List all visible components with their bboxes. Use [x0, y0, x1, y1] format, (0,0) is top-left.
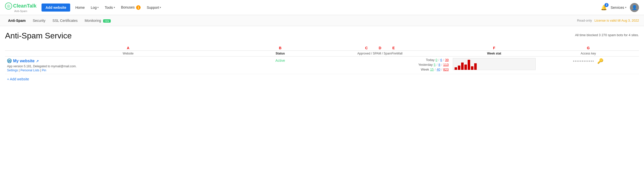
yesterday-approved[interactable]: 5: [434, 63, 435, 67]
nav-right: 🔔 2 Services ▾ 👤: [601, 3, 639, 12]
stats-week-label: Week: [412, 68, 429, 71]
logo-sub: Anti-Spam: [14, 10, 27, 13]
avatar[interactable]: 👤: [630, 3, 639, 12]
second-nav-links: Anti-Spam Security SSL Certificates Moni…: [5, 17, 114, 24]
nav-links: Home Log ▾ Tools ▾ Bonuses 1 Support ▾: [73, 4, 598, 11]
access-key-cell: ************ 🔑: [538, 56, 639, 74]
avatar-placeholder: 👤: [632, 5, 637, 10]
logo-area: ◎ CleanTalk Anti-Spam: [5, 3, 36, 13]
week-spam[interactable]: 40: [437, 68, 440, 71]
stats-today: Today 0 / 6 / 39: [311, 58, 449, 62]
website-cell: Ⓦ My website ↗ App version 5.181, Delega…: [5, 56, 251, 74]
services-arrow-icon: ▾: [625, 6, 626, 9]
key-icon[interactable]: 🔑: [597, 58, 603, 64]
col-label-weekstat: Week stat: [451, 51, 538, 56]
blocked-info: All time blocked 3 270 spam bots for 4 s…: [575, 33, 639, 37]
wordpress-icon: Ⓦ: [7, 58, 12, 64]
services-label: Services: [611, 6, 624, 10]
license-label: License is valid till Aug 3, 2022: [594, 19, 639, 22]
notification-count: 2: [605, 3, 609, 7]
stats-yesterday-label: Yesterday: [415, 63, 433, 67]
status-cell: Active: [251, 56, 309, 74]
nav-home[interactable]: Home: [73, 4, 87, 11]
notifications-bell[interactable]: 🔔 2: [601, 5, 607, 11]
pin-link[interactable]: Pin: [42, 69, 46, 72]
col-label-website: Website: [5, 51, 251, 56]
second-navigation: Anti-Spam Security SSL Certificates Moni…: [0, 15, 644, 26]
nav-monitoring[interactable]: Monitoring new: [82, 17, 114, 24]
new-badge: new: [103, 19, 111, 23]
nav-support[interactable]: Support ▾: [144, 4, 164, 11]
chart-bar: [458, 66, 460, 70]
bar-chart: [453, 58, 536, 70]
chart-bar: [471, 66, 473, 70]
access-key-value: ************: [573, 60, 594, 64]
week-chart-cell: [451, 56, 538, 74]
top-navigation: ◎ CleanTalk Anti-Spam Add website Home L…: [0, 0, 644, 15]
chart-bar: [464, 65, 467, 70]
nav-bonuses[interactable]: Bonuses 1: [118, 4, 143, 11]
column-labels-row: Website Status Approved / SPAM / SpamFir…: [5, 51, 639, 56]
logo-icon: ◎: [5, 3, 12, 10]
col-letters-cde: C D E: [309, 44, 451, 51]
col-label-approved-spam: Approved / SPAM / SpamFireWall: [309, 51, 451, 56]
col-letter-a: A: [5, 44, 251, 51]
col-letter-b: B: [251, 44, 309, 51]
stats-yesterday: Yesterday 5 / 8 / 113: [311, 63, 449, 67]
today-spam[interactable]: 6: [440, 58, 442, 62]
chart-bar: [468, 60, 470, 70]
bonuses-badge: 1: [136, 5, 141, 10]
col-label-status: Status: [251, 51, 309, 56]
col-letter-f: F: [451, 44, 538, 51]
chart-bar: [455, 67, 457, 70]
chart-bar: [474, 63, 477, 70]
yesterday-firewall[interactable]: 113: [443, 63, 449, 67]
second-nav-right: Read-only License is valid till Aug 3, 2…: [577, 19, 639, 22]
stats-cell: Today 0 / 6 / 39 Yesterday 5 / 8 / 113 W…: [309, 56, 451, 74]
tools-arrow-icon: ▾: [114, 6, 115, 9]
personal-lists-link[interactable]: Personal Lists: [20, 69, 39, 72]
read-only-label: Read-only: [577, 19, 592, 22]
col-label-accesskey: Access key: [538, 51, 639, 56]
nav-log[interactable]: Log ▾: [88, 4, 101, 11]
add-website-link[interactable]: + Add website: [5, 74, 639, 84]
websites-table: A B C D E F G Website Status Approved / …: [5, 44, 639, 84]
main-content: Anti-Spam Service All time blocked 3 270…: [0, 26, 644, 84]
status-badge: Active: [275, 59, 285, 63]
col-letter-g: G: [538, 44, 639, 51]
nav-security[interactable]: Security: [30, 17, 49, 24]
stats-week: Week 15 / 40 / 823: [311, 68, 449, 71]
website-link[interactable]: My website: [13, 59, 34, 63]
add-website-button[interactable]: Add website: [42, 4, 70, 12]
nav-antispam[interactable]: Anti-Spam: [5, 17, 29, 24]
logo-name: CleanTalk: [13, 3, 36, 9]
website-name: Ⓦ My website ↗: [7, 58, 249, 64]
support-arrow-icon: ▾: [160, 6, 161, 9]
add-website-row[interactable]: + Add website: [5, 74, 639, 84]
log-arrow-icon: ▾: [97, 6, 99, 9]
settings-link[interactable]: Settings: [7, 69, 18, 72]
chart-bar: [461, 63, 464, 70]
table-row: Ⓦ My website ↗ App version 5.181, Delega…: [5, 56, 639, 74]
yesterday-spam[interactable]: 8: [438, 63, 440, 67]
today-firewall[interactable]: 39: [445, 58, 449, 62]
week-approved[interactable]: 15: [430, 68, 434, 71]
services-menu[interactable]: Services ▾: [611, 6, 626, 10]
external-link-icon[interactable]: ↗: [36, 59, 39, 63]
website-actions: Settings | Personal Lists | Pin: [7, 69, 249, 72]
nav-ssl-certificates[interactable]: SSL Certificates: [50, 17, 81, 24]
nav-tools[interactable]: Tools ▾: [102, 4, 117, 11]
week-firewall[interactable]: 823: [443, 68, 449, 71]
website-meta: App version 5.181, Delegated to mymail@m…: [7, 65, 249, 68]
page-header: Anti-Spam Service All time blocked 3 270…: [5, 31, 639, 40]
today-approved[interactable]: 0: [435, 58, 437, 62]
page-title: Anti-Spam Service: [5, 31, 72, 40]
stats-today-label: Today: [417, 58, 434, 62]
column-letters-row: A B C D E F G: [5, 44, 639, 51]
